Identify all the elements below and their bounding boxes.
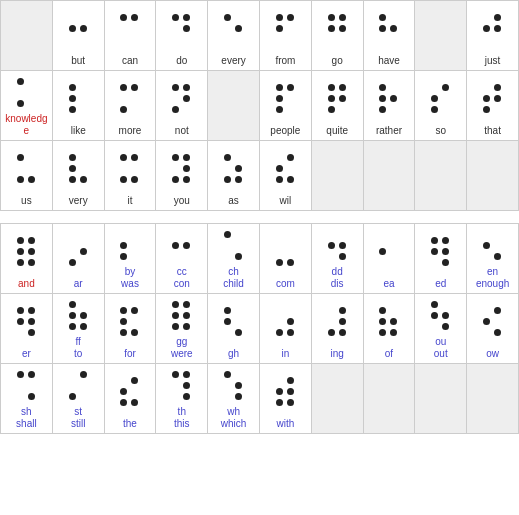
dots-area xyxy=(65,3,92,55)
cell-label: like xyxy=(71,125,86,137)
dot-empty xyxy=(494,231,501,238)
braille-cell-td: gh xyxy=(208,294,260,364)
cell-label: us xyxy=(21,195,32,207)
dot-filled xyxy=(224,307,231,314)
braille-cell: dd dis xyxy=(314,226,361,290)
dot-filled xyxy=(442,323,449,330)
braille-dots-grid xyxy=(272,10,299,48)
dot-empty xyxy=(235,318,242,325)
dots-area xyxy=(168,366,195,406)
dot-empty xyxy=(131,165,138,172)
dot-filled xyxy=(69,312,76,319)
dot-empty xyxy=(483,329,490,336)
dot-empty xyxy=(183,253,190,260)
dot-empty xyxy=(172,382,179,389)
braille-cell-td: do xyxy=(156,1,208,71)
dot-filled xyxy=(287,259,294,266)
dots-area xyxy=(13,366,40,406)
dot-empty xyxy=(276,237,283,244)
braille-cell-td: like xyxy=(52,71,104,141)
braille-cell-td xyxy=(1,1,53,71)
cell-label: th this xyxy=(174,406,190,430)
dot-filled xyxy=(120,253,127,260)
braille-cell: it xyxy=(107,143,154,207)
braille-cell: cc con xyxy=(158,226,205,290)
dot-empty xyxy=(494,36,501,43)
braille-dots-grid xyxy=(375,10,402,48)
dot-empty xyxy=(80,382,87,389)
dots-area xyxy=(272,366,299,418)
cell-label: rather xyxy=(376,125,402,137)
dot-empty xyxy=(390,248,397,255)
dot-empty xyxy=(131,242,138,249)
dot-filled xyxy=(80,371,87,378)
dot-filled xyxy=(28,237,35,244)
dot-empty xyxy=(379,36,386,43)
braille-cell: people xyxy=(262,73,309,137)
dot-empty xyxy=(80,301,87,308)
dot-filled xyxy=(17,371,24,378)
braille-dots-grid xyxy=(116,10,143,48)
braille-cell-td xyxy=(467,364,519,434)
dot-filled xyxy=(183,176,190,183)
braille-dots-grid xyxy=(375,303,402,341)
braille-dots-grid xyxy=(13,74,40,112)
dot-filled xyxy=(224,154,231,161)
dot-empty xyxy=(80,393,87,400)
dot-filled xyxy=(379,14,386,21)
dot-filled xyxy=(224,231,231,238)
dot-empty xyxy=(17,165,24,172)
dot-empty xyxy=(131,388,138,395)
braille-cell-td: er xyxy=(1,294,53,364)
braille-dots-grid xyxy=(375,233,402,271)
cell-label: very xyxy=(69,195,88,207)
dot-empty xyxy=(172,393,179,400)
braille-dots-grid xyxy=(65,297,92,335)
dot-filled xyxy=(494,14,501,21)
braille-section-section1: butcandoeveryfromgohavejustknowledgelike… xyxy=(0,0,519,211)
dot-empty xyxy=(483,253,490,260)
dot-empty xyxy=(287,25,294,32)
dot-filled xyxy=(80,312,87,319)
dot-filled xyxy=(276,14,283,21)
braille-cell: do xyxy=(158,3,205,67)
dot-filled xyxy=(442,259,449,266)
braille-dots-grid xyxy=(324,80,351,118)
dot-empty xyxy=(120,95,127,102)
dot-filled xyxy=(28,176,35,183)
braille-cell-td: gg were xyxy=(156,294,208,364)
dot-filled xyxy=(276,329,283,336)
cell-label: gg were xyxy=(171,336,193,360)
dot-filled xyxy=(183,95,190,102)
dots-area xyxy=(272,143,299,195)
dots-area xyxy=(13,73,40,113)
braille-dots-grid xyxy=(324,303,351,341)
dot-filled xyxy=(131,176,138,183)
dots-area xyxy=(65,226,92,278)
dots-area xyxy=(116,143,143,195)
braille-chart: butcandoeveryfromgohavejustknowledgelike… xyxy=(0,0,519,434)
dot-empty xyxy=(28,78,35,85)
dot-empty xyxy=(69,36,76,43)
braille-dots-grid xyxy=(272,80,299,118)
dot-filled xyxy=(235,165,242,172)
braille-dots-grid xyxy=(479,227,506,265)
cell-label: knowledge xyxy=(3,113,50,137)
cell-label: en enough xyxy=(476,266,509,290)
braille-cell-td xyxy=(311,141,363,211)
dot-empty xyxy=(276,248,283,255)
dots-area xyxy=(324,226,351,266)
dot-filled xyxy=(339,329,346,336)
braille-cell: sh shall xyxy=(3,366,50,430)
dots-area xyxy=(220,3,247,55)
dot-filled xyxy=(172,371,179,378)
braille-cell-td: com xyxy=(259,224,311,294)
dot-empty xyxy=(80,84,87,91)
dot-filled xyxy=(17,307,24,314)
dot-empty xyxy=(276,307,283,314)
dot-empty xyxy=(69,248,76,255)
braille-cell: ou out xyxy=(417,296,464,360)
dot-filled xyxy=(28,248,35,255)
braille-cell-td xyxy=(415,364,467,434)
braille-cell-td: as xyxy=(208,141,260,211)
